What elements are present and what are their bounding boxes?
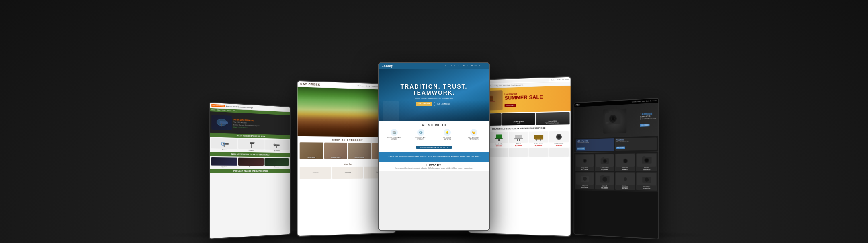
tacony-header: Tacony Home Brands About Marketing Media… bbox=[379, 63, 489, 69]
bbq-product-img-5 bbox=[549, 131, 569, 143]
bbq-nav-3[interactable]: Fire bbox=[562, 79, 564, 80]
strive-icon-circle-3: 💡 bbox=[444, 129, 451, 136]
cam-product-price-2: $1,899.00 bbox=[596, 169, 614, 171]
camera-product-6: Canon R6 $2,499.00 bbox=[595, 172, 614, 190]
bbq-product-2: Kamado Grills $899.00 bbox=[489, 132, 508, 147]
cam-nav-3[interactable]: Video bbox=[642, 101, 645, 103]
tacony-our-locations-btn[interactable]: OUR LOCATIONS bbox=[434, 102, 453, 106]
tac-nav-marketing[interactable]: Marketing bbox=[463, 65, 469, 67]
cam-product-img-4 bbox=[637, 154, 656, 167]
telescope-screen: High Point Scientific Apertura ADB 8" Do… bbox=[210, 103, 290, 238]
tel-nav-home[interactable]: Home bbox=[211, 109, 215, 111]
bbq-product-3: BBQ Grills $2,499.00 bbox=[509, 132, 528, 147]
cam-product-price-6: $2,499.00 bbox=[596, 187, 614, 189]
cam-product-price-5: $2,498.00 bbox=[576, 187, 594, 189]
gc-cat-dining-label: DINING ROOM bbox=[324, 157, 347, 158]
tac-nav-media[interactable]: Media Kit bbox=[471, 65, 477, 67]
svg-rect-7 bbox=[250, 142, 255, 143]
tac-nav-brands[interactable]: Brands bbox=[451, 65, 455, 67]
tac-nav-contact[interactable]: Contact Us bbox=[479, 65, 486, 67]
bbq-cat-insane[interactable]: Insane BBQ With Qualifying Purchase bbox=[536, 112, 570, 125]
svg-rect-28 bbox=[514, 138, 523, 139]
cam-product-price-3: $899.00 bbox=[616, 169, 635, 171]
gatcreek-cat-living[interactable]: LIVING ROOM bbox=[348, 143, 371, 159]
tacony-strive-section: WE STRIVE TO 🏢 SUPPORT OUR DEALER NETWOR… bbox=[379, 121, 489, 152]
bbq-subnav-5[interactable]: Fuel & Accessories bbox=[512, 84, 523, 86]
bbq-view-deals-btn[interactable]: VIEW DEALS bbox=[505, 104, 516, 107]
bbq-cat-insane-label: Insane BBQ bbox=[549, 121, 557, 122]
cam-product-img-3 bbox=[616, 154, 635, 167]
camera-lily-item: LILY 2 ACTIVE Compact Action Camera PRE-… bbox=[576, 138, 614, 151]
cam-product-price-1: $2,198.00 bbox=[576, 169, 594, 171]
telescope-banner-text: All In One Imaging The ZWO ASI2600 Built… bbox=[233, 118, 289, 130]
camera-screen: PRO Cameras Lenses Video Audio Accessori… bbox=[574, 99, 658, 239]
tacony-discover-btn[interactable]: DISCOVER WHAT MAKES US UNIQUE bbox=[416, 146, 452, 149]
table-row: Sky-Watcher bbox=[264, 140, 289, 152]
cam-nav-1[interactable]: Cameras bbox=[632, 101, 637, 103]
camera-hero-text: TAMRON 90mm f/2.8 Di III VXD Macro Lens … bbox=[640, 112, 656, 128]
bbq-nav-1[interactable]: Outdoor bbox=[551, 79, 556, 80]
cam-nav-4[interactable]: Audio bbox=[646, 100, 649, 102]
tac-nav-home[interactable]: Home bbox=[445, 65, 449, 67]
camera-product-4: Mirrorless $3,299.00 bbox=[636, 153, 657, 172]
svg-point-66 bbox=[645, 177, 649, 181]
tacony-history-title: HISTORY bbox=[381, 164, 487, 167]
gatcreek-cat-bedroom[interactable]: BEDROOM bbox=[300, 142, 323, 159]
telescope-brand-tag: High Point Scientific bbox=[211, 104, 225, 107]
gc-nav-bedroom[interactable]: Bedroom bbox=[358, 85, 364, 87]
svg-point-62 bbox=[602, 177, 607, 181]
tacony-our-company-btn[interactable]: OUR COMPANY bbox=[416, 102, 432, 106]
camera-product-2: Canon Camera $1,899.00 bbox=[595, 154, 614, 171]
svg-rect-29 bbox=[517, 139, 518, 141]
gatcreek-cat-dining[interactable]: DINING ROOM bbox=[324, 143, 347, 159]
tel-nav-brands[interactable]: Brands bbox=[227, 110, 231, 112]
telescope-banner: All In One Imaging The ZWO ASI2600 Built… bbox=[210, 111, 290, 135]
tacony-strive-icons: 🏢 SUPPORT OUR DEALER NETWORK ⚙️ DEVELOP … bbox=[381, 129, 487, 140]
tel-nav-shop[interactable]: Shop bbox=[217, 109, 220, 111]
tel-new-img-3 bbox=[264, 158, 289, 166]
camera-pre-order-badge[interactable]: PRE-ORDER bbox=[640, 124, 650, 127]
bbq-product-img-3 bbox=[509, 132, 528, 143]
cam-nav-5[interactable]: Accessories bbox=[650, 100, 657, 102]
telescope-item-label-3: Sky-Watcher bbox=[274, 150, 280, 152]
bbq-product-price-5: $149.00 bbox=[556, 144, 562, 146]
svg-rect-24 bbox=[495, 138, 502, 139]
camera-product-8: Blackmagic $1,295.00 bbox=[636, 172, 657, 191]
svg-rect-2 bbox=[221, 123, 222, 126]
bbq-nav-2[interactable]: Grills bbox=[557, 79, 561, 80]
bbq-nav: Outdoor Grills Fire Patio bbox=[551, 78, 569, 81]
strive-icon-circle-1: 🏢 bbox=[391, 129, 398, 136]
camera-tamron-btn[interactable]: PRE-ORDER bbox=[616, 147, 625, 149]
gc-nav-dining[interactable]: Dining bbox=[366, 85, 370, 87]
bbq-cat-live[interactable]: Live Refrigerated Aspire bbox=[502, 113, 535, 125]
svg-point-37 bbox=[558, 136, 559, 138]
tel-nav-offers[interactable]: Offers bbox=[233, 110, 237, 112]
bbq-subnav-4[interactable]: Fire & Patio bbox=[503, 85, 510, 87]
tel-new-label-1: Eyepieces bbox=[221, 166, 227, 168]
svg-point-41 bbox=[611, 117, 614, 120]
svg-point-49 bbox=[604, 160, 606, 162]
cam-product-price-7: $379.00 bbox=[616, 187, 635, 189]
bbq-nav-4[interactable]: Patio bbox=[565, 78, 569, 80]
bbq-subnav-3[interactable]: Freestanding Grills bbox=[490, 85, 502, 87]
tel-new-img-2 bbox=[238, 158, 264, 166]
cam-product-img-6 bbox=[596, 173, 614, 185]
cam-product-img-1 bbox=[576, 155, 594, 167]
device-center: Tacony Home Brands About Marketing Media… bbox=[378, 62, 490, 231]
bbq-bottom-5 bbox=[549, 148, 569, 157]
strive-icon-1: 🏢 SUPPORT OUR DEALER NETWORK bbox=[387, 129, 401, 140]
strive-label-1: SUPPORT OUR DEALER NETWORK bbox=[387, 137, 401, 140]
svg-point-64 bbox=[624, 177, 627, 181]
telescope-item-label-1: Apertura bbox=[222, 149, 227, 151]
camera-lily-btn[interactable]: PRE-ORDER bbox=[577, 147, 585, 150]
tacony-history-text: Lorem ipsum dolor sit amet, consectetur … bbox=[381, 167, 487, 169]
bbq-product-price-2: $899.00 bbox=[496, 145, 502, 147]
gc-cat-living-label: LIVING ROOM bbox=[348, 157, 371, 158]
svg-rect-8 bbox=[251, 144, 252, 147]
telescope-item-img-1 bbox=[211, 138, 237, 149]
tel-nav-learn[interactable]: Learn bbox=[222, 109, 225, 111]
camera-tamron-desc: 90mm f/2.8 Macro Lens bbox=[616, 140, 655, 143]
cam-nav-2[interactable]: Lenses bbox=[637, 101, 641, 103]
tac-nav-about[interactable]: About bbox=[458, 65, 461, 67]
camera-logo: PRO bbox=[576, 104, 580, 106]
